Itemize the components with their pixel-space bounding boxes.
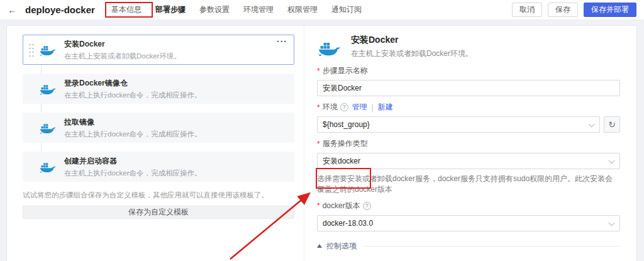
step-detail-panel: 安装Docker 在主机上安装或者卸载Docker环境。 * 步骤显示名称 安装…: [304, 26, 636, 261]
docker-whale-icon: [40, 43, 57, 57]
chevron-down-icon: [609, 158, 615, 164]
detail-title: 安装Docker: [351, 35, 473, 46]
step-desc: 在主机上执行docker命令，完成相应操作。: [64, 130, 202, 139]
main-panel: 安装Docker 在主机上安装或者卸载Docker环境。 ··· 登录Docke…: [6, 25, 637, 261]
tab-notification-subscription[interactable]: 通知订阅: [328, 3, 365, 17]
chevron-down-icon: [609, 219, 615, 226]
step-title: 安装Docker: [64, 39, 181, 50]
save-as-template-button[interactable]: 保存为自定义模板: [23, 206, 294, 219]
help-icon[interactable]: ?: [340, 103, 348, 111]
operation-help-text: 选择需要安装或者卸载docker服务，docker服务只支持拥有sudo权限的用…: [317, 174, 620, 195]
docker-whale-icon: [317, 35, 351, 59]
save-button[interactable]: 保存: [548, 3, 578, 17]
control-options-section-header[interactable]: 控制选项: [317, 241, 620, 252]
operation-type-select[interactable]: 安装docker: [317, 153, 620, 169]
help-icon[interactable]: ?: [363, 202, 371, 210]
tab-parameter-settings[interactable]: 参数设置: [196, 3, 233, 17]
docker-whale-icon: [40, 121, 57, 135]
environment-label: * 环境 ? 管理 | 新建: [317, 102, 620, 113]
step-card-pull-image[interactable]: 拉取镜像 在主机上执行docker命令，完成相应操作。: [23, 113, 294, 143]
step-card-login-registry[interactable]: 登录Docker镜像仓 在主机上执行docker命令，完成相应操作。: [23, 74, 294, 104]
cancel-button[interactable]: 取消: [512, 3, 542, 17]
docker-version-label: * docker版本 ?: [317, 201, 620, 211]
nav-tabs: 基本信息 部署步骤 参数设置 环境管理 权限管理 通知订阅: [108, 3, 372, 17]
chevron-down-icon: [589, 121, 595, 128]
tab-deploy-steps[interactable]: 部署步骤: [152, 3, 189, 17]
environment-select[interactable]: ${host_group}: [317, 116, 600, 133]
docker-version-select[interactable]: docker-18.03.0: [317, 215, 620, 231]
refresh-icon: ↻: [608, 119, 616, 130]
step-card-install-docker[interactable]: 安装Docker 在主机上安装或者卸载Docker环境。 ···: [23, 35, 294, 65]
refresh-button[interactable]: ↻: [604, 116, 620, 133]
section-divider: [364, 246, 620, 247]
docker-whale-icon: [40, 82, 57, 96]
back-icon[interactable]: ←: [8, 4, 17, 15]
more-menu-icon[interactable]: ···: [277, 36, 287, 47]
step-title: 登录Docker镜像仓: [64, 78, 202, 89]
step-name-input[interactable]: 安装Docker: [317, 80, 620, 96]
drag-handle-icon[interactable]: [28, 43, 35, 57]
step-desc: 在主机上安装或者卸载Docker环境。: [64, 52, 181, 61]
tab-permission-management[interactable]: 权限管理: [284, 3, 321, 17]
step-card-create-container[interactable]: 创建并启动容器 在主机上执行docker命令，完成相应操作。: [23, 152, 294, 182]
step-desc: 在主机上执行docker命令，完成相应操作。: [64, 169, 202, 178]
save-and-deploy-button[interactable]: 保存并部署: [584, 3, 636, 17]
detail-desc: 在主机上安装或者卸载Docker环境。: [351, 48, 473, 59]
page-title: deploye-docker: [25, 4, 95, 15]
tab-basic-info[interactable]: 基本信息: [108, 3, 145, 17]
operation-type-label: * 服务操作类型: [317, 138, 620, 149]
template-hint-text: 试试将您的步骤组合保存为自定义模板，其他应用就可以直接使用该模板了。: [23, 191, 294, 200]
header-actions: 取消 保存 保存并部署: [512, 3, 636, 17]
top-bar: ← deploye-docker 基本信息 部署步骤 参数设置 环境管理 权限管…: [0, 0, 644, 20]
manage-environment-link[interactable]: 管理: [352, 102, 367, 113]
step-title: 创建并启动容器: [64, 156, 202, 167]
new-environment-link[interactable]: 新建: [378, 102, 393, 113]
step-title: 拉取镜像: [64, 117, 202, 128]
docker-whale-icon: [40, 160, 57, 174]
steps-panel: 安装Docker 在主机上安装或者卸载Docker环境。 ··· 登录Docke…: [7, 26, 304, 261]
collapse-triangle-icon: [317, 244, 322, 248]
step-name-label: * 步骤显示名称: [317, 65, 620, 76]
step-desc: 在主机上执行docker命令，完成相应操作。: [64, 91, 202, 100]
tab-environment-management[interactable]: 环境管理: [240, 3, 277, 17]
